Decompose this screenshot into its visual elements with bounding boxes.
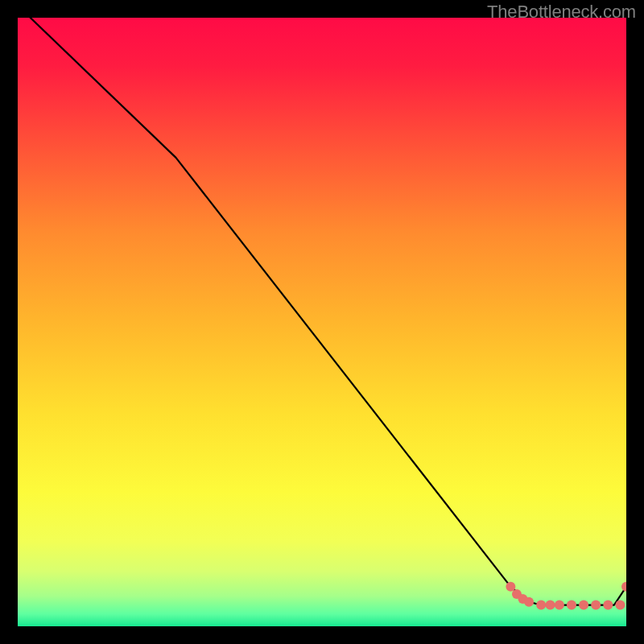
highlight-point	[546, 601, 555, 610]
highlight-point	[603, 601, 613, 610]
plot-area	[18, 18, 626, 626]
highlight-point	[555, 601, 564, 610]
highlight-point	[621, 582, 626, 592]
watermark-text: TheBottleneck.com	[487, 2, 636, 23]
chart-root: TheBottleneck.com	[0, 0, 644, 644]
highlight-point	[567, 601, 576, 610]
series-main-line	[18, 18, 626, 605]
highlight-point	[536, 601, 546, 610]
highlight-point	[591, 601, 601, 610]
highlight-point	[524, 597, 534, 607]
highlight-point	[579, 601, 588, 610]
line-layer	[18, 18, 626, 626]
highlight-point	[615, 601, 625, 610]
